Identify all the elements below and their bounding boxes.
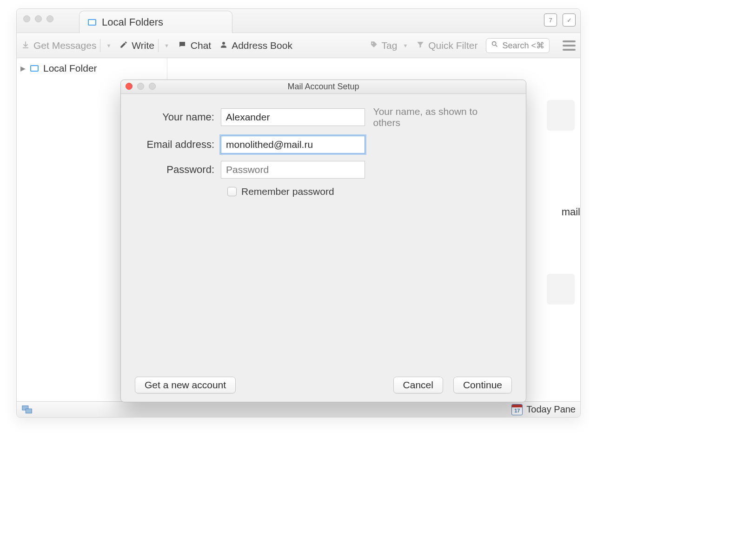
traffic-close-icon[interactable] xyxy=(23,15,30,22)
get-new-account-button[interactable]: Get a new account xyxy=(135,377,236,393)
sidebar-item-label: Local Folder xyxy=(43,63,97,74)
dialog-footer: Get a new account Cancel Continue xyxy=(121,368,526,402)
filter-icon xyxy=(416,40,424,51)
traffic-zoom-icon[interactable] xyxy=(46,15,53,22)
expand-triangle-icon[interactable]: ▶ xyxy=(20,65,26,72)
svg-point-1 xyxy=(371,42,372,43)
write-label: Write xyxy=(132,40,154,51)
remember-password-checkbox[interactable] xyxy=(227,187,237,196)
your-name-hint: Your name, as shown to others xyxy=(373,106,507,128)
folder-icon xyxy=(88,19,96,26)
dialog-minimize-icon xyxy=(137,83,144,90)
status-bar: 17 Today Pane xyxy=(17,401,580,417)
dialog-close-icon[interactable] xyxy=(126,83,133,90)
password-field[interactable] xyxy=(221,161,365,179)
partial-text: mail xyxy=(562,206,580,218)
network-status-icon[interactable] xyxy=(21,405,33,415)
app-window: Local Folders Get Messages ▼ Write ▼ Cha xyxy=(16,8,581,418)
calendar-icon[interactable] xyxy=(544,13,557,27)
search-placeholder: Search <⌘ xyxy=(502,40,544,51)
write-button[interactable]: Write ▼ xyxy=(119,39,169,52)
chat-button[interactable]: Chat xyxy=(178,40,211,51)
chat-label: Chat xyxy=(191,40,211,51)
get-messages-label: Get Messages xyxy=(33,40,96,51)
today-pane-label: Today Pane xyxy=(526,404,576,415)
dialog-titlebar: Mail Account Setup xyxy=(121,80,526,94)
remember-password-label: Remember password xyxy=(241,186,334,197)
tasks-icon[interactable] xyxy=(563,13,576,27)
tag-label: Tag xyxy=(382,40,398,51)
tab-title: Local Folders xyxy=(102,16,163,28)
search-input[interactable]: Search <⌘ xyxy=(486,38,550,53)
dialog-zoom-icon xyxy=(149,83,156,90)
continue-button[interactable]: Continue xyxy=(453,377,512,393)
tag-button[interactable]: Tag ▼ xyxy=(370,40,408,51)
sidebar-item-local-folders[interactable]: ▶ Local Folder xyxy=(20,62,163,75)
compose-icon xyxy=(119,40,128,51)
svg-point-0 xyxy=(222,42,225,45)
get-messages-button[interactable]: Get Messages ▼ xyxy=(21,39,111,52)
your-name-label: Your name: xyxy=(139,111,221,123)
tab-local-folders[interactable]: Local Folders xyxy=(79,11,232,33)
address-book-button[interactable]: Address Book xyxy=(219,40,292,51)
folder-icon xyxy=(30,65,39,72)
calendar-day-icon: 17 xyxy=(511,404,523,415)
chat-icon xyxy=(178,40,187,51)
svg-rect-4 xyxy=(26,409,32,413)
address-book-label: Address Book xyxy=(232,40,292,51)
quick-filter-label: Quick Filter xyxy=(428,40,477,51)
dialog-title: Mail Account Setup xyxy=(287,82,359,92)
search-icon xyxy=(491,40,498,50)
traffic-minimize-icon[interactable] xyxy=(35,15,42,22)
window-traffic-lights xyxy=(23,15,53,22)
email-field[interactable] xyxy=(221,136,365,153)
mail-account-setup-dialog: Mail Account Setup Your name: Your name,… xyxy=(120,80,526,402)
person-icon xyxy=(219,40,228,51)
titlebar-and-tabs: Local Folders xyxy=(17,9,580,33)
cancel-button[interactable]: Cancel xyxy=(393,377,443,393)
svg-point-2 xyxy=(492,42,496,46)
toolbar: Get Messages ▼ Write ▼ Chat Address Book xyxy=(17,33,580,58)
content-card xyxy=(547,100,575,131)
your-name-field[interactable] xyxy=(221,108,365,126)
today-pane-button[interactable]: 17 Today Pane xyxy=(511,404,576,415)
content-card xyxy=(547,274,575,305)
menu-icon[interactable] xyxy=(563,40,576,51)
download-icon xyxy=(21,40,30,51)
password-label: Password: xyxy=(139,164,221,176)
email-label: Email address: xyxy=(139,139,221,151)
tag-icon xyxy=(370,40,378,51)
quick-filter-button[interactable]: Quick Filter xyxy=(416,40,477,51)
